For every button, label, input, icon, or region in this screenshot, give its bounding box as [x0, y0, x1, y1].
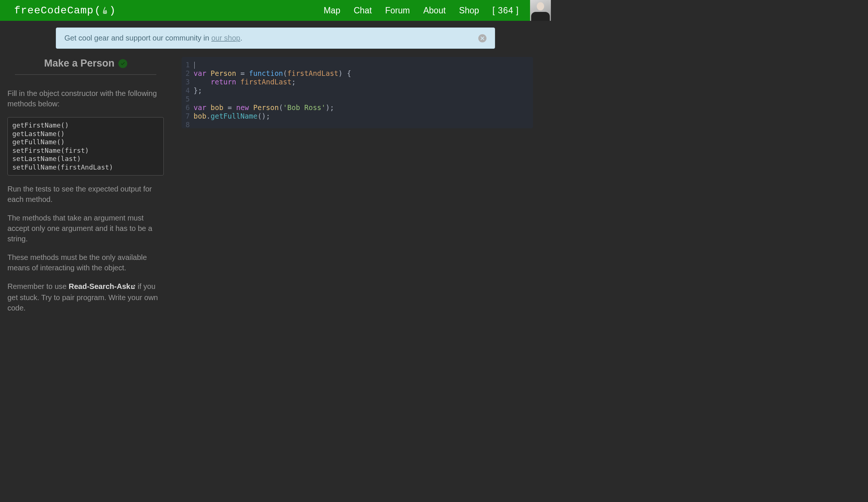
code-line[interactable]: 8 [182, 120, 533, 129]
challenge-title-row: Make a Person [15, 57, 156, 75]
only-means-text: These methods must be the only available… [7, 252, 164, 273]
nav-map[interactable]: Map [317, 0, 347, 21]
instructions-panel[interactable]: Make a Person Fill in the object constru… [7, 57, 167, 312]
code-line[interactable]: 2var Person = function(firstAndLast) { [182, 69, 533, 78]
run-tests-text: Run the tests to see the expected output… [7, 184, 164, 205]
line-number: 7 [184, 112, 194, 120]
line-number: 5 [184, 95, 194, 103]
rsa-link[interactable]: Read-Search-Ask [69, 282, 136, 290]
line-number: 3 [184, 78, 194, 86]
line-number: 2 [184, 69, 194, 78]
code-content[interactable]: return firstAndLast; [194, 78, 296, 86]
rsa-prefix: Remember to use [7, 282, 69, 290]
code-editor[interactable]: 12var Person = function(firstAndLast) {3… [182, 57, 533, 128]
nav-score[interactable]: [ 364 ] [486, 0, 526, 21]
code-line[interactable]: 7bob.getFullName(); [182, 112, 533, 120]
nav-about[interactable]: About [417, 0, 452, 21]
navbar: freeCodeCamp () Map Chat Forum About Sho… [0, 0, 551, 21]
instructions: Fill in the object constructor with the … [7, 88, 164, 312]
nav-right: Map Chat Forum About Shop [ 364 ] [317, 0, 551, 21]
methods-code-block: getFirstName() getLastName() getFullName… [7, 117, 164, 176]
nav-shop[interactable]: Shop [452, 0, 486, 21]
line-number: 6 [184, 103, 194, 112]
code-content[interactable] [194, 61, 195, 69]
code-content[interactable]: }; [194, 86, 202, 95]
line-number: 8 [184, 120, 194, 129]
code-line[interactable]: 6var bob = new Person('Bob Ross'); [182, 103, 533, 112]
banner-text: Get cool gear and support our community … [64, 34, 242, 42]
code-content[interactable]: var bob = new Person('Bob Ross'); [194, 103, 334, 112]
content: Make a Person Fill in the object constru… [0, 57, 551, 312]
code-content[interactable]: var Person = function(firstAndLast) { [194, 69, 351, 78]
code-line[interactable]: 4}; [182, 86, 533, 95]
close-icon[interactable] [478, 34, 486, 42]
code-line[interactable]: 5 [182, 95, 533, 103]
code-content[interactable]: bob.getFullName(); [194, 112, 270, 120]
arg-rule-text: The methods that take an argument must a… [7, 213, 164, 244]
line-number: 4 [184, 86, 194, 95]
brand-text: freeCodeCamp [14, 5, 94, 16]
banner-shop-link[interactable]: our shop [211, 34, 240, 42]
line-number: 1 [184, 61, 194, 69]
promo-banner: Get cool gear and support our community … [56, 28, 495, 49]
flame-icon: () [95, 5, 116, 16]
nav-chat[interactable]: Chat [347, 0, 379, 21]
brand-logo[interactable]: freeCodeCamp () [14, 5, 116, 16]
intro-text: Fill in the object constructor with the … [7, 88, 164, 109]
challenge-title: Make a Person [44, 58, 114, 69]
code-line[interactable]: 3 return firstAndLast; [182, 78, 533, 86]
rsa-text: Remember to use Read-Search-Ask if you g… [7, 281, 164, 312]
checkmark-icon [118, 59, 127, 68]
avatar[interactable] [530, 0, 551, 21]
code-line[interactable]: 1 [182, 61, 533, 69]
nav-forum[interactable]: Forum [379, 0, 417, 21]
external-link-icon [130, 282, 135, 292]
banner-suffix: . [240, 34, 243, 42]
banner-prefix: Get cool gear and support our community … [64, 34, 211, 42]
